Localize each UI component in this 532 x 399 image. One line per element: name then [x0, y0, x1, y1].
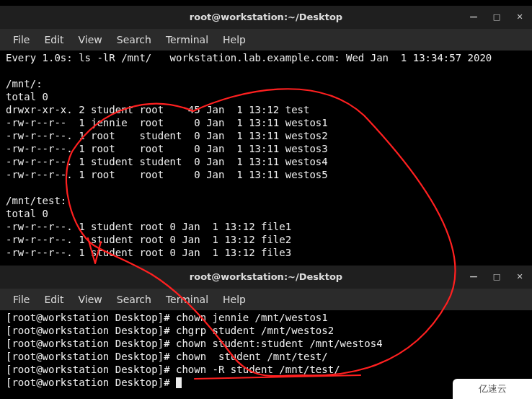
- menu-terminal[interactable]: Terminal: [159, 31, 216, 48]
- close-icon[interactable]: ✕: [510, 8, 529, 27]
- maximize-icon[interactable]: □: [487, 8, 506, 27]
- menu-edit[interactable]: Edit: [37, 31, 71, 48]
- close-icon[interactable]: ✕: [510, 268, 529, 286]
- menubar: File Edit View Search Terminal Help: [0, 29, 532, 51]
- window-controls: — □ ✕: [460, 6, 529, 29]
- maximize-icon[interactable]: □: [487, 268, 506, 286]
- window-controls: — □ ✕: [460, 266, 529, 289]
- menu-help[interactable]: Help: [216, 31, 253, 48]
- menu-search[interactable]: Search: [110, 291, 159, 308]
- menu-file[interactable]: File: [6, 291, 37, 308]
- menu-file[interactable]: File: [6, 31, 37, 48]
- terminal-output[interactable]: Every 1.0s: ls -lR /mnt/ workstation.lab…: [0, 51, 532, 260]
- menu-search[interactable]: Search: [110, 31, 159, 48]
- cursor: [176, 377, 182, 388]
- terminal-window-1: root@workstation:~/Desktop — □ ✕ File Ed…: [0, 6, 532, 266]
- terminal-output[interactable]: [root@workstation Desktop]# chown jennie…: [0, 310, 532, 390]
- window-title: root@workstation:~/Desktop: [190, 11, 342, 24]
- menu-view[interactable]: View: [71, 31, 110, 48]
- menu-edit[interactable]: Edit: [37, 291, 71, 308]
- menubar: File Edit View Search Terminal Help: [0, 289, 532, 310]
- watermark-text: 亿速云: [479, 382, 507, 395]
- minimize-icon[interactable]: —: [464, 8, 483, 27]
- terminal-window-2: root@workstation:~/Desktop — □ ✕ File Ed…: [0, 266, 532, 397]
- minimize-icon[interactable]: —: [464, 268, 483, 286]
- window-title: root@workstation:~/Desktop: [190, 271, 342, 284]
- menu-terminal[interactable]: Terminal: [159, 291, 216, 308]
- titlebar[interactable]: root@workstation:~/Desktop — □ ✕: [0, 266, 532, 289]
- menu-view[interactable]: View: [71, 291, 110, 308]
- titlebar[interactable]: root@workstation:~/Desktop — □ ✕: [0, 6, 532, 29]
- menu-help[interactable]: Help: [216, 291, 253, 308]
- watermark: 亿速云: [453, 379, 532, 399]
